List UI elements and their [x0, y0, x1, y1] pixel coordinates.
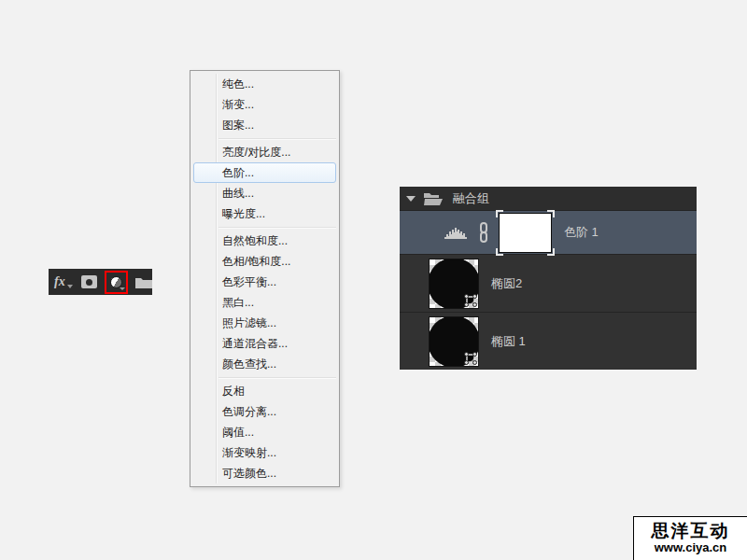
watermark-url: www.ciya.cn	[634, 540, 747, 554]
adjustment-layer-menu: 纯色... 渐变... 图案... 亮度/对比度... 色阶... 曲线... …	[190, 70, 340, 487]
menu-item-exposure[interactable]: 曝光度...	[190, 203, 339, 224]
menu-item-black-white[interactable]: 黑白...	[190, 292, 339, 313]
menu-separator	[218, 377, 336, 378]
menu-item-levels[interactable]: 色阶...	[190, 162, 339, 183]
layer-thumbnail[interactable]	[430, 317, 478, 366]
add-layer-mask-button[interactable]	[81, 275, 97, 288]
watermark: 思洋互动 www.ciya.cn	[633, 516, 747, 560]
menu-item-brightness-contrast[interactable]: 亮度/对比度...	[190, 142, 339, 162]
layer-style-button[interactable]: fx	[54, 274, 65, 289]
group-name-label: 融合组	[453, 190, 489, 207]
layer-mask-icon	[86, 279, 92, 286]
menu-item-channel-mixer[interactable]: 通道混合器...	[190, 333, 339, 354]
open-folder-icon	[423, 192, 444, 205]
levels-histogram-icon[interactable]	[444, 227, 467, 239]
menu-item-selective-color[interactable]: 可选颜色...	[190, 463, 339, 483]
group-disclosure-triangle-icon[interactable]	[406, 196, 416, 202]
menu-item-pattern[interactable]: 图案...	[190, 115, 339, 135]
menu-item-gradient-map[interactable]: 渐变映射...	[190, 442, 339, 463]
layer-name-label: 椭圆2	[491, 275, 522, 292]
new-group-folder-icon	[135, 276, 152, 288]
layer-mask-thumbnail[interactable]	[499, 213, 552, 253]
watermark-title: 思洋互动	[634, 522, 747, 540]
mask-selection-bracket	[547, 248, 555, 256]
menu-item-photo-filter[interactable]: 照片滤镜...	[190, 313, 339, 333]
layer-group-row[interactable]: 融合组	[400, 187, 697, 210]
menu-item-gradient[interactable]: 渐变...	[190, 94, 339, 115]
mask-link-chain-icon[interactable]	[479, 222, 488, 243]
layers-panel: 融合组 色阶 1 椭圆2 椭圆	[400, 187, 697, 370]
adjustment-caret-icon	[120, 287, 125, 290]
fx-caret-icon	[67, 285, 73, 288]
menu-item-vibrance[interactable]: 自然饱和度...	[190, 231, 339, 251]
layer-row-ellipse1[interactable]: 椭圆 1	[400, 312, 697, 370]
layer-name-label: 椭圆 1	[491, 333, 526, 350]
layer-name-label: 色阶 1	[564, 224, 599, 241]
layer-row-ellipse2[interactable]: 椭圆2	[400, 254, 697, 312]
menu-item-threshold[interactable]: 阈值...	[190, 422, 339, 442]
layer-row-levels[interactable]: 色阶 1	[400, 210, 697, 254]
layer-thumbnail[interactable]	[430, 259, 478, 308]
add-adjustment-layer-button[interactable]	[105, 271, 129, 294]
layers-panel-toolbar: fx	[49, 269, 152, 295]
vector-mask-badge-icon	[463, 351, 478, 366]
menu-item-solid-color[interactable]: 纯色...	[190, 74, 339, 94]
new-group-button[interactable]	[135, 276, 152, 288]
mask-selection-bracket	[547, 210, 555, 217]
menu-separator	[218, 138, 336, 139]
menu-item-curves[interactable]: 曲线...	[190, 183, 339, 203]
menu-item-posterize[interactable]: 色调分离...	[190, 401, 339, 422]
menu-item-hue-saturation[interactable]: 色相/饱和度...	[190, 251, 339, 272]
menu-item-color-balance[interactable]: 色彩平衡...	[190, 272, 339, 292]
menu-separator	[218, 227, 336, 228]
mask-selection-bracket	[496, 248, 503, 256]
vector-mask-badge-icon	[463, 293, 478, 308]
mask-selection-bracket	[496, 210, 503, 217]
menu-item-invert[interactable]: 反相	[190, 381, 339, 401]
menu-item-color-lookup[interactable]: 颜色查找...	[190, 354, 339, 374]
